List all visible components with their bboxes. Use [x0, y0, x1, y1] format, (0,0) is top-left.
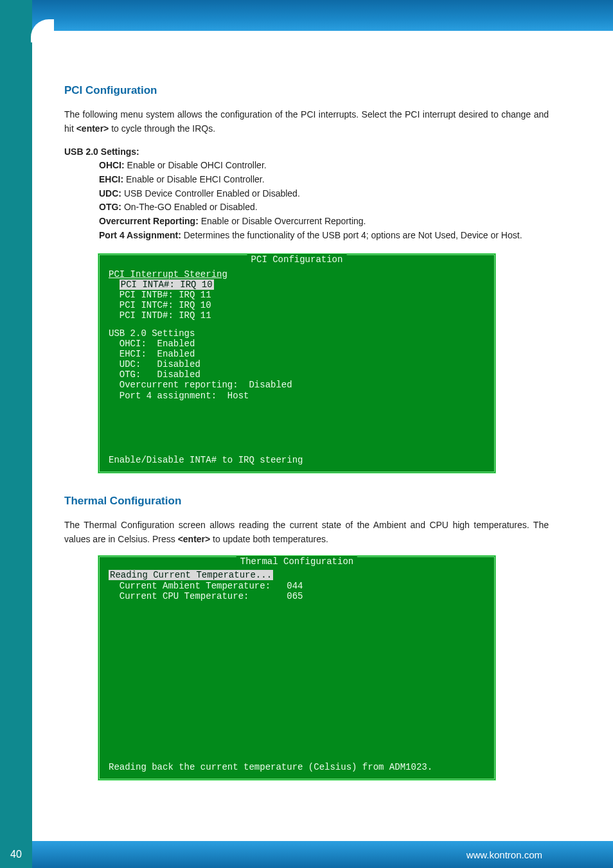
- page-number: 40: [0, 841, 32, 868]
- definition-row: Port 4 Assignment: Determines the functi…: [99, 229, 549, 243]
- bios-reading-row: Current Ambient Temperature: 044: [109, 581, 485, 591]
- text: to update both temperatures.: [210, 534, 328, 544]
- bios-setting-row[interactable]: PCI INTC#: IRQ 10: [109, 300, 485, 310]
- term: Port 4 Assignment:: [99, 230, 181, 240]
- bios-setting-row[interactable]: Port 4 assignment: Host: [109, 391, 485, 401]
- header-band: [32, 0, 613, 31]
- left-strip-decoration: [0, 0, 32, 868]
- text: to cycle through the IRQs.: [109, 123, 215, 134]
- bios-subheading: USB 2.0 Settings: [109, 328, 485, 339]
- bios-setting-row[interactable]: UDC: Disabled: [109, 359, 485, 369]
- bios-help-line: Reading back the current temperature (Ce…: [109, 762, 485, 772]
- bios-reading-row: Current CPU Temperature: 065: [109, 591, 485, 601]
- section-heading-thermal: Thermal Configuration: [64, 493, 549, 509]
- bios-selected-item[interactable]: PCI INTA#: IRQ 10: [120, 279, 214, 290]
- usb-settings-heading: USB 2.0 Settings:: [64, 145, 549, 159]
- footer-bar: www.kontron.com: [32, 841, 613, 868]
- term: UDC:: [99, 188, 121, 199]
- definition-row: EHCI: Enable or Disable EHCI Controller.: [99, 173, 549, 187]
- bios-pci-config-screenshot: PCI Configuration PCI Interrupt Steering…: [98, 253, 496, 474]
- section-heading-pci: PCI Configuration: [64, 82, 549, 99]
- bios-selected-item[interactable]: Reading Current Temperature...: [109, 570, 273, 580]
- bios-subheading: PCI Interrupt Steering: [109, 269, 227, 279]
- desc: On-The-GO Enabled or Disabled.: [121, 202, 258, 212]
- enter-key: <enter>: [178, 534, 211, 544]
- bios-box-title: Thermal Configuration: [236, 556, 357, 567]
- desc: USB Device Controller Enabled or Disable…: [121, 188, 300, 199]
- bios-setting-row[interactable]: EHCI: Enabled: [109, 349, 485, 359]
- bios-setting-row[interactable]: PCI INTB#: IRQ 11: [109, 290, 485, 300]
- bios-help-line: Enable/Disable INTA# to IRQ steering: [109, 455, 485, 465]
- desc: Enable or Disable Overcurrent Reporting.: [199, 216, 366, 226]
- page-content: PCI Configuration The following menu sys…: [64, 31, 549, 851]
- desc: Enable or Disable EHCI Controller.: [123, 174, 264, 184]
- bios-setting-row[interactable]: OHCI: Enabled: [109, 339, 485, 349]
- desc: Enable or Disable OHCI Controller.: [125, 160, 267, 170]
- definition-row: UDC: USB Device Controller Enabled or Di…: [99, 187, 549, 201]
- page-footer: www.kontron.com 40: [0, 841, 613, 868]
- definition-row: OHCI: Enable or Disable OHCI Controller.: [99, 159, 549, 173]
- definition-row: OTG: On-The-GO Enabled or Disabled.: [99, 200, 549, 215]
- bios-setting-row[interactable]: Overcurrent reporting: Disabled: [109, 380, 485, 390]
- usb-settings-definitions: USB 2.0 Settings: OHCI: Enable or Disabl…: [64, 145, 549, 243]
- term: Overcurrent Reporting:: [99, 216, 199, 226]
- term: OHCI:: [99, 160, 125, 170]
- term: OTG:: [99, 202, 121, 212]
- bios-box-title: PCI Configuration: [247, 254, 347, 265]
- desc: Determines the functionality of the USB …: [181, 230, 522, 240]
- pci-intro-paragraph: The following menu system allows the con…: [64, 108, 549, 136]
- thermal-intro-paragraph: The Thermal Configuration screen allows …: [64, 518, 549, 546]
- footer-url: www.kontron.com: [466, 849, 542, 860]
- bios-setting-row[interactable]: PCI INTD#: IRQ 11: [109, 310, 485, 321]
- definition-row: Overcurrent Reporting: Enable or Disable…: [99, 215, 549, 229]
- bios-setting-row[interactable]: OTG: Disabled: [109, 369, 485, 380]
- term: EHCI:: [99, 174, 123, 184]
- enter-key: <enter>: [76, 123, 109, 134]
- bios-thermal-config-screenshot: Thermal Configuration Reading Current Te…: [98, 555, 496, 780]
